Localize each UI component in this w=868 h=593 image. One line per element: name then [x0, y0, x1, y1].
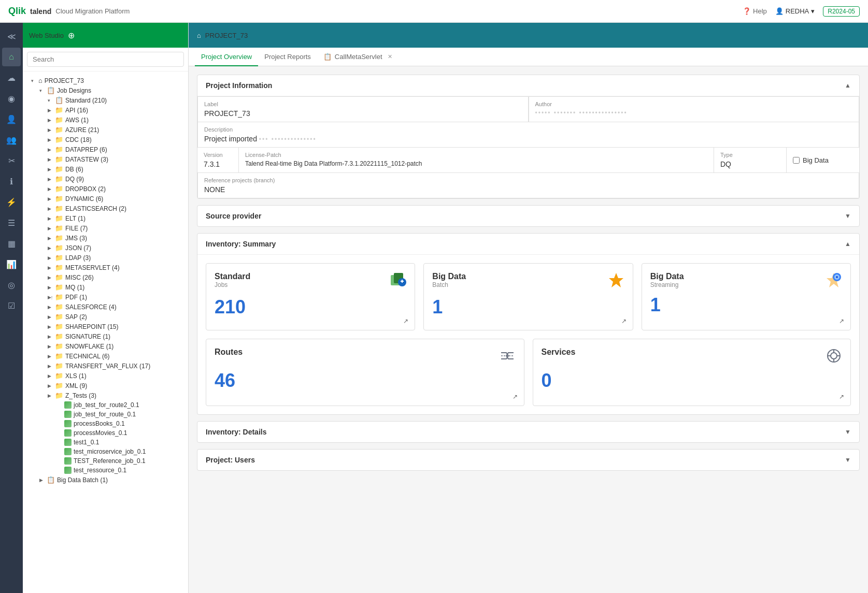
sidebar-pin-icon[interactable]: ⊕	[68, 31, 75, 40]
job-label: test_ressource_0.1	[74, 467, 126, 474]
bigdata-field: Big Data	[787, 148, 859, 172]
tree-item-datastew[interactable]: ▶📁DATASTEW (3)	[23, 154, 188, 164]
iconbar-user[interactable]: 👤	[2, 110, 21, 128]
tree-item-jms[interactable]: ▶📁JMS (3)	[23, 233, 188, 243]
iconbar-orbit[interactable]: ◎	[2, 276, 21, 294]
tree-item-transfert[interactable]: ▶📁TRANSFERT_VAR_FLUX (17)	[23, 361, 188, 371]
inv-card-bigdata-link[interactable]: ↗	[621, 317, 627, 325]
search-input[interactable]	[27, 52, 184, 67]
description-label: Description	[204, 126, 852, 133]
iconbar-tools[interactable]: ✂	[2, 151, 21, 170]
iconbar-info[interactable]: ℹ	[2, 172, 21, 191]
tree-item-xml[interactable]: ▶📁XML (9)	[23, 381, 188, 390]
tree-item-sap[interactable]: ▶📁SAP (2)	[23, 312, 188, 322]
info-row-1: Label PROJECT_73 Author ••••• ••••••• ••…	[197, 96, 859, 122]
inv-card-services-header: Services	[542, 348, 843, 366]
project-users-header[interactable]: Project: Users ▼	[197, 450, 859, 470]
tree-leaf-job7[interactable]: TEST_Reference_job_0.1	[23, 456, 188, 466]
source-provider-title: Source provider	[206, 212, 261, 220]
iconbar-home[interactable]: ⌂	[2, 48, 21, 66]
inv-card-services: Services	[533, 339, 851, 406]
tree-item-standard[interactable]: ▾ 📋 Standard (210)	[23, 95, 188, 105]
tree-item-job-designs[interactable]: ▾ 📋 Job Designs	[23, 85, 188, 95]
tree-item-aws[interactable]: ▶📁AWS (1)	[23, 115, 188, 125]
project-info-header[interactable]: Project Information ▲	[197, 75, 859, 96]
chevron-down-icon: ▾	[811, 7, 815, 15]
inv-card-streaming-link[interactable]: ↗	[839, 317, 844, 325]
iconbar-activity[interactable]: ⚡	[2, 193, 21, 211]
tree-item-project[interactable]: ▾ ⌂ PROJECT_73	[23, 76, 188, 85]
tree-item-cdc[interactable]: ▶📁CDC (18)	[23, 135, 188, 144]
inv-card-standard-link[interactable]: ↗	[403, 317, 408, 325]
iconbar-cloud[interactable]: ☁	[2, 68, 21, 87]
inv-card-routes-link[interactable]: ↗	[513, 393, 518, 400]
inv-card-streaming-title: Big Data	[650, 272, 684, 281]
inventory-summary-title: Inventory: Summary	[206, 240, 276, 248]
inv-card-bigdata-header: Big Data Batch	[432, 272, 624, 292]
tree-item-salesforce[interactable]: ▶📁SALESFORCE (4)	[23, 302, 188, 312]
iconbar-list[interactable]: ☰	[2, 213, 21, 232]
iconbar-monitor[interactable]: ◉	[2, 89, 21, 108]
inv-card-standard-header: Standard Jobs	[215, 272, 406, 292]
tree-item-azure[interactable]: ▶📁AZURE (21)	[23, 125, 188, 135]
tree-item-dq[interactable]: ▶📁DQ (9)	[23, 174, 188, 184]
tree-item-sharepoint[interactable]: ▶📁SHAREPOINT (15)	[23, 322, 188, 331]
source-provider-header[interactable]: Source provider ▼	[197, 206, 859, 226]
bigdata-checkbox[interactable]	[793, 157, 800, 164]
tree-item-xls[interactable]: ▶📁XLS (1)	[23, 371, 188, 381]
tree-leaf-job3[interactable]: processBooks_0.1	[23, 419, 188, 428]
tree-item-db[interactable]: ▶📁DB (6)	[23, 164, 188, 174]
tree-item-ztests[interactable]: ▶📁Z_Tests (3)	[23, 390, 188, 400]
inventory-grid-row1: Standard Jobs	[197, 255, 859, 339]
inv-card-bigdata-batch: Big Data Batch 1 ↗	[423, 263, 633, 330]
version-value: 7.3.1	[204, 160, 232, 168]
tree-item-signature[interactable]: ▶📁SIGNATURE (1)	[23, 331, 188, 341]
iconbar-users[interactable]: 👥	[2, 131, 21, 149]
svg-rect-4	[402, 280, 403, 283]
tree-item-json[interactable]: ▶📁JSON (7)	[23, 243, 188, 253]
tab-project-reports[interactable]: Project Reports	[258, 48, 317, 66]
iconbar-grid[interactable]: ▦	[2, 234, 21, 253]
tree-item-elasticsearch[interactable]: ▶📁ELASTICSEARCH (2)	[23, 204, 188, 213]
tree-leaf-job4[interactable]: processMovies_0.1	[23, 428, 188, 438]
tree-item-dataprep[interactable]: ▶📁DATAPREP (6)	[23, 144, 188, 154]
tree-item-ldap[interactable]: ▶📁LDAP (3)	[23, 253, 188, 263]
tree-item-technical[interactable]: ▶📁TECHNICAL (6)	[23, 351, 188, 361]
project-users-title: Project: Users	[206, 456, 255, 464]
tree-leaf-job2[interactable]: job_test_for_route_0.1	[23, 410, 188, 419]
type-field: Type DQ	[714, 148, 787, 172]
tree-item-mq[interactable]: ▶📁MQ (1)	[23, 282, 188, 292]
inv-card-standard-title: Standard	[215, 272, 250, 281]
tree-leaf-job1[interactable]: job_test_for_route2_0.1	[23, 400, 188, 410]
inventory-summary-header[interactable]: Inventory: Summary ▲	[197, 234, 859, 255]
user-label: REDHA	[786, 7, 809, 15]
tree-leaf-job6[interactable]: test_microservice_job_0.1	[23, 447, 188, 456]
tree-item-elt[interactable]: ▶📁ELT (1)	[23, 213, 188, 223]
arrow-icon: ▾	[48, 98, 55, 103]
tree-leaf-job8[interactable]: test_ressource_0.1	[23, 466, 188, 475]
tree-item-file[interactable]: ▶📁FILE (7)	[23, 223, 188, 233]
reference-field: Reference projects (branch) NONE	[197, 173, 859, 198]
tree-item-api[interactable]: ▶📁API (16)	[23, 105, 188, 115]
tree-item-bigdata-batch[interactable]: ▶ 📋 Big Data Batch (1)	[23, 475, 188, 485]
tree-item-misc[interactable]: ▶📁MISC (26)	[23, 272, 188, 282]
iconbar-expand[interactable]: ≪	[2, 27, 21, 46]
tree-item-pdf[interactable]: ▶📁PDF (1) ↑	[23, 292, 188, 302]
tree-item-dropbox[interactable]: ▶📁DROPBOX (2)	[23, 184, 188, 194]
tree-item-dynamic[interactable]: ▶📁DYNAMIC (6)	[23, 194, 188, 204]
inventory-details-header[interactable]: Inventory: Details ▼	[197, 422, 859, 442]
tree-item-metaservlet[interactable]: ▶📁METASERVLET (4)	[23, 263, 188, 272]
iconbar-reports[interactable]: 📊	[2, 255, 21, 273]
job-icon	[64, 448, 72, 455]
user-menu-button[interactable]: 👤 REDHA ▾	[775, 7, 815, 15]
tab-callmetaservlet[interactable]: 📋 CallMetaServlet ✕	[317, 48, 399, 66]
help-button[interactable]: ❓ Help	[743, 7, 767, 15]
tree-leaf-job5[interactable]: test1_0.1	[23, 438, 188, 447]
tree-item-snowflake[interactable]: ▶📁SNOWFLAKE (1)	[23, 341, 188, 351]
inv-card-services-link[interactable]: ↗	[839, 393, 844, 400]
iconbar-tasks[interactable]: ☑	[2, 296, 21, 315]
project-users-section: Project: Users ▼	[197, 449, 860, 471]
standard-label: Standard (210)	[65, 97, 186, 104]
tab-project-overview[interactable]: Project Overview	[195, 48, 258, 66]
tab-close-icon[interactable]: ✕	[388, 53, 392, 60]
